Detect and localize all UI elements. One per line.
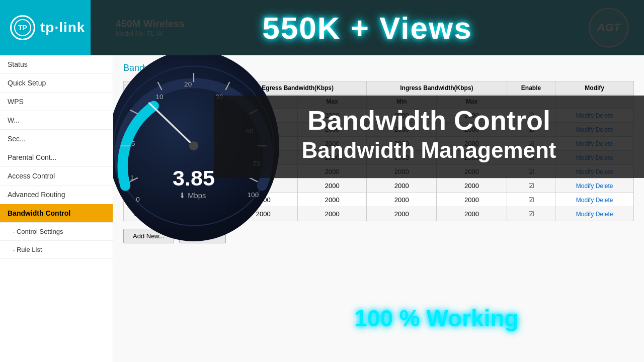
views-banner: 550K + Views xyxy=(91,0,644,55)
sidebar-item-bandwidth-control[interactable]: Bandwidth Control xyxy=(0,204,113,223)
sidebar-item-parental[interactable]: Parental Cont... xyxy=(0,148,113,167)
logo-area: TP tp·link xyxy=(10,15,85,40)
sidebar-item-control-settings[interactable]: - Control Settings xyxy=(0,223,113,241)
sidebar-item-rule-list[interactable]: - Rule List xyxy=(0,241,113,259)
cell-ingress-min: 2000 xyxy=(367,193,437,207)
bandwidth-overlay: Bandwidth Control Bandwidth Management xyxy=(214,96,644,178)
svg-text:20: 20 xyxy=(184,80,192,88)
sidebar-item-security[interactable]: Sec... xyxy=(0,130,113,148)
cell-enabled: ☑ xyxy=(507,179,555,193)
sidebar-item-status[interactable]: Status xyxy=(0,55,113,74)
sidebar-item-quick-setup[interactable]: Quick Setup xyxy=(0,74,113,93)
sidebar-item-wps[interactable]: WPS xyxy=(0,93,113,111)
cell-ingress-max: 2000 xyxy=(437,179,507,193)
views-text: 550K + Views xyxy=(262,10,472,46)
cell-ingress-min: 2000 xyxy=(367,179,437,193)
svg-text:10: 10 xyxy=(155,93,164,101)
svg-point-13 xyxy=(189,141,198,150)
svg-text:1: 1 xyxy=(130,174,134,182)
working-overlay: 100 % Working xyxy=(229,305,644,332)
sidebar-item-advanced-routing[interactable]: Advanced Routing xyxy=(0,186,113,204)
cell-ingress-max: 2000 xyxy=(437,193,507,207)
col-modify: Modify xyxy=(555,81,634,95)
svg-text:⬇ Mbps: ⬇ Mbps xyxy=(179,192,206,200)
cell-enabled: ☑ xyxy=(507,193,555,207)
sidebar: Status Quick Setup WPS W... Sec... Paren… xyxy=(0,55,113,362)
svg-text:0: 0 xyxy=(136,196,140,203)
content-area: Bandwidth Control Rule List ID Descripti… xyxy=(113,55,644,362)
modify-link[interactable]: Modify xyxy=(576,197,594,204)
svg-line-12 xyxy=(149,103,194,146)
col-enable: Enable xyxy=(507,81,555,95)
sidebar-item-access-control[interactable]: Access Control xyxy=(0,167,113,186)
bandwidth-control-title: Bandwidth Control xyxy=(229,106,629,135)
cell-egress-max: 2000 xyxy=(298,193,367,207)
sidebar-item-wireless[interactable]: W... xyxy=(0,111,113,130)
modify-link[interactable]: Modify xyxy=(576,183,594,190)
delete-link[interactable]: Delete xyxy=(596,211,613,218)
main-layout: Status Quick Setup WPS W... Sec... Paren… xyxy=(0,55,644,362)
cell-ingress-max: 2000 xyxy=(437,207,507,221)
cell-ingress-min: 2000 xyxy=(367,207,437,221)
cell-modify[interactable]: Modify Delete xyxy=(555,193,634,207)
delete-link[interactable]: Delete xyxy=(596,183,613,190)
delete-link[interactable]: Delete xyxy=(596,197,613,204)
header: TP tp·link 450M Wireless Model No. TL-W … xyxy=(0,0,644,55)
svg-text:3.85: 3.85 xyxy=(173,166,215,190)
svg-text:100: 100 xyxy=(248,191,259,199)
svg-text:TP: TP xyxy=(18,24,27,32)
bandwidth-management-title: Bandwidth Management xyxy=(229,138,629,163)
cell-modify[interactable]: Modify Delete xyxy=(555,207,634,221)
svg-text:5: 5 xyxy=(131,140,135,147)
svg-line-11 xyxy=(250,177,258,182)
cell-egress-max: 2000 xyxy=(298,179,367,193)
col-ingress: Ingress Bandwidth(Kbps) xyxy=(367,81,507,95)
tp-link-icon: TP xyxy=(10,15,35,40)
modify-link[interactable]: Modify xyxy=(576,211,594,218)
cell-modify[interactable]: Modify Delete xyxy=(555,179,634,193)
cell-egress-max: 2000 xyxy=(298,207,367,221)
logo-text: tp·link xyxy=(40,20,85,36)
cell-enabled: ☑ xyxy=(507,207,555,221)
